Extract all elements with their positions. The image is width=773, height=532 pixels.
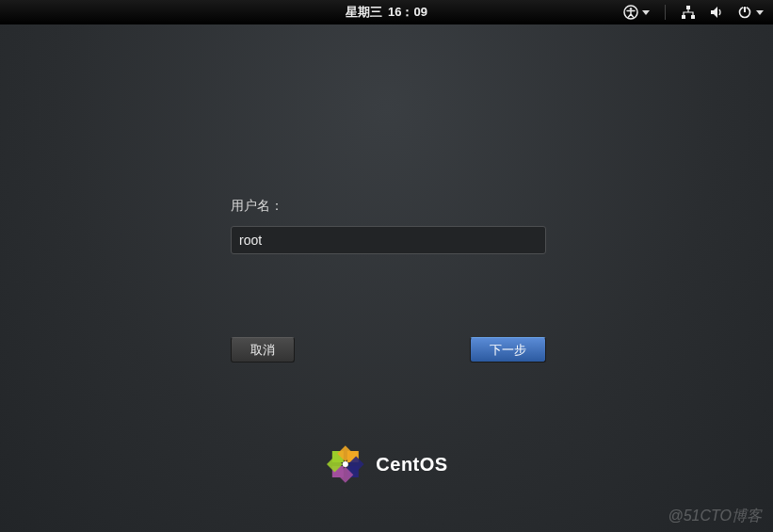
button-row: 取消 下一步 xyxy=(231,337,546,363)
volume-icon xyxy=(709,5,724,20)
accessibility-menu[interactable] xyxy=(623,5,650,20)
accessibility-icon xyxy=(623,5,638,20)
brand-logo-area: CentOS xyxy=(325,444,447,484)
username-input[interactable] xyxy=(231,226,546,254)
username-label: 用户名： xyxy=(231,198,546,215)
svg-rect-3 xyxy=(682,15,685,19)
top-panel: 星期三 16：09 xyxy=(0,0,773,24)
cancel-button[interactable]: 取消 xyxy=(231,337,295,363)
day-of-week: 星期三 xyxy=(346,4,382,21)
chevron-down-icon xyxy=(642,10,650,15)
volume-menu[interactable] xyxy=(709,5,724,20)
chevron-down-icon xyxy=(756,10,764,15)
svg-rect-4 xyxy=(691,15,695,19)
separator xyxy=(665,5,666,20)
svg-point-1 xyxy=(630,8,633,10)
watermark-text: @51CTO博客 xyxy=(668,507,762,526)
power-menu[interactable] xyxy=(737,5,764,20)
power-icon xyxy=(737,5,752,20)
login-form: 用户名： xyxy=(231,198,546,254)
next-button[interactable]: 下一步 xyxy=(470,337,546,363)
time: 16：09 xyxy=(388,4,427,21)
network-menu[interactable] xyxy=(681,5,696,20)
clock[interactable]: 星期三 16：09 xyxy=(346,4,427,21)
system-tray xyxy=(623,5,764,20)
centos-logo-icon xyxy=(325,444,364,484)
svg-point-17 xyxy=(342,461,347,467)
network-icon xyxy=(681,5,696,20)
brand-name: CentOS xyxy=(376,454,447,476)
login-screen: 星期三 16：09 用户名： 取消 下一步 xyxy=(0,0,773,532)
svg-rect-2 xyxy=(686,6,690,9)
